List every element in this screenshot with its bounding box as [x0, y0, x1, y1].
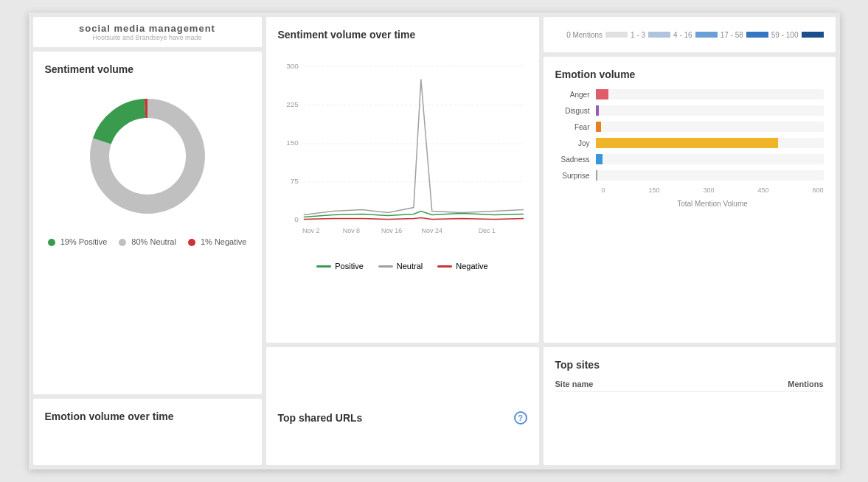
emotion-bar-chart: Anger Disgust Fear [555, 89, 824, 208]
y-label-75: 75 [290, 177, 299, 185]
x-300: 300 [703, 186, 714, 194]
legend-neutral: 80% Neutral [119, 237, 176, 246]
x-450: 450 [757, 186, 768, 194]
line-chart: 300 225 150 75 0 [278, 49, 527, 256]
bar-track-surprise [596, 170, 824, 181]
x-600: 600 [812, 186, 823, 194]
line-chart-legend: Positive Neutral Negative [278, 262, 527, 270]
bar-row-sadness: Sadness [555, 154, 824, 164]
bar-track-joy [596, 138, 824, 148]
positive-dot [48, 239, 55, 246]
neutral-line [303, 80, 523, 215]
emotion-time-title: Emotion volume over time [45, 411, 250, 422]
sentiment-volume-panel: Sentiment volume 19% Positive [33, 52, 262, 394]
bar-row-fear: Fear [555, 122, 824, 132]
bar-fill-sadness [596, 154, 603, 164]
info-icon[interactable]: ? [514, 411, 527, 425]
brand-subtitle: Hootsuite and Brandseye have made [45, 34, 250, 41]
right-header: 0 Mentions 1 - 3 4 - 16 17 - 58 59 - 100 [544, 17, 836, 52]
negative-line [303, 217, 523, 219]
urls-title-row: Top shared URLs ? [278, 359, 527, 465]
legend-color-0 [605, 32, 628, 38]
sentiment-time-title: Sentiment volume over time [278, 29, 527, 41]
bar-row-joy: Joy [555, 138, 824, 148]
negative-legend-line [437, 265, 452, 268]
brand-title: social media management [45, 23, 250, 34]
bar-fill-surprise [596, 170, 597, 181]
sentiment-legend: 19% Positive 80% Neutral 1% Negative [45, 237, 250, 246]
y-label-150: 150 [286, 139, 299, 147]
neutral-dot [119, 239, 126, 246]
dashboard: social media management Hootsuite and Br… [29, 13, 840, 469]
emotion-volume-title: Emotion volume [555, 69, 824, 80]
neutral-legend-line [378, 265, 393, 268]
top-sites-title: Top sites [555, 359, 824, 371]
bar-row-disgust: Disgust [555, 105, 824, 116]
emotion-x-axis: 0 150 300 450 600 [555, 186, 824, 194]
legend-color-3 [746, 32, 768, 38]
legend-color-1 [648, 32, 670, 38]
left-column: social media management Hootsuite and Br… [33, 17, 262, 465]
bar-label-surprise: Surprise [555, 172, 596, 180]
bar-fill-anger [596, 89, 609, 99]
emotion-time-panel: Emotion volume over time [33, 399, 262, 465]
top-urls-panel: Top shared URLs ? Top stories Mentions 1… [266, 347, 539, 465]
bar-fill-disgust [596, 105, 599, 116]
brand-header: social media management Hootsuite and Br… [33, 17, 262, 47]
legend-negative: 1% Negative [188, 237, 246, 246]
positive-legend-line [316, 265, 331, 268]
legend-color-2 [695, 32, 718, 38]
bar-track-anger [596, 89, 824, 99]
bar-label-joy: Joy [555, 139, 596, 147]
y-label-225: 225 [286, 100, 299, 108]
bar-row-anger: Anger [555, 89, 824, 99]
legend-neutral-item: Neutral [378, 262, 423, 270]
legend-17-58: 17 - 58 [721, 31, 743, 39]
legend-color-4 [802, 32, 824, 38]
map-legend: 0 Mentions 1 - 3 4 - 16 17 - 58 59 - 100 [566, 31, 823, 39]
legend-positive: 19% Positive [48, 237, 108, 246]
bar-label-sadness: Sadness [555, 156, 596, 164]
donut-svg [81, 90, 214, 223]
legend-0-mentions: 0 Mentions [566, 31, 603, 39]
legend-positive-item: Positive [316, 262, 364, 270]
urls-title: Top shared URLs [278, 412, 363, 424]
x-label-nov24: Nov 24 [421, 227, 442, 234]
x-label-nov2: Nov 2 [302, 227, 319, 234]
bar-label-anger: Anger [555, 91, 596, 99]
bar-fill-joy [596, 138, 778, 148]
bar-track-fear [596, 122, 824, 132]
bar-fill-fear [596, 122, 602, 132]
legend-4-16: 4 - 16 [673, 31, 692, 39]
center-column: Sentiment volume over time 300 225 150 7… [266, 17, 539, 465]
positive-line [303, 212, 523, 217]
bar-row-surprise: Surprise [555, 170, 824, 181]
right-column: 0 Mentions 1 - 3 4 - 16 17 - 58 59 - 100… [544, 17, 836, 465]
x-label-nov8: Nov 8 [342, 227, 359, 234]
y-label-300: 300 [286, 62, 299, 70]
sites-col-site: Site name [555, 380, 594, 388]
top-sites-panel: Top sites Site name Mentions [544, 347, 836, 465]
donut-chart [45, 90, 250, 223]
sentiment-time-panel: Sentiment volume over time 300 225 150 7… [266, 17, 539, 343]
bar-track-disgust [596, 105, 824, 116]
legend-negative-item: Negative [437, 262, 487, 270]
line-chart-svg: 300 225 150 75 0 [278, 49, 527, 256]
bar-label-disgust: Disgust [555, 107, 596, 115]
negative-dot [188, 239, 195, 246]
emotion-volume-panel: Emotion volume Anger Disgust Fear [544, 57, 836, 343]
x-label-nov16: Nov 16 [381, 227, 401, 234]
bar-track-sadness [596, 154, 824, 164]
sentiment-volume-title: Sentiment volume [45, 63, 250, 75]
top-sites-header: Site name Mentions [555, 380, 824, 392]
emotion-x-label: Total Mention Volume [555, 200, 824, 208]
sites-col-mentions: Mentions [788, 380, 823, 388]
x-label-dec1: Dec 1 [478, 227, 495, 234]
legend-59-100: 59 - 100 [771, 31, 799, 39]
y-label-0: 0 [294, 215, 299, 223]
x-150: 150 [648, 186, 659, 194]
legend-1-3: 1 - 3 [631, 31, 645, 39]
bar-label-fear: Fear [555, 123, 596, 131]
x-0: 0 [602, 186, 605, 194]
